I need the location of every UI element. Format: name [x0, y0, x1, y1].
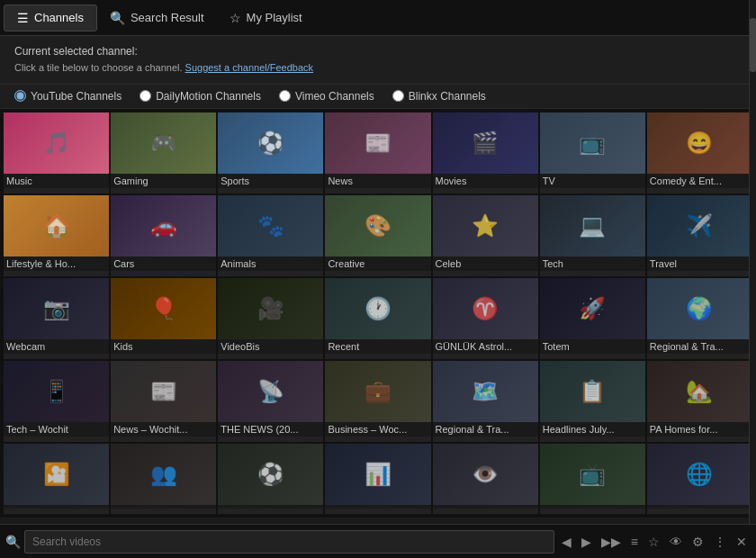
tile-tech[interactable]: 💻 Tech: [540, 195, 645, 276]
tile-thenews[interactable]: 📡 THE NEWS (20...: [218, 361, 323, 442]
tile-lifestyle[interactable]: 🏠 Lifestyle & Ho...: [4, 195, 109, 276]
tile-misc2[interactable]: 👥: [111, 444, 216, 514]
star-bottom-button[interactable]: ☆: [644, 533, 663, 551]
channel-grid: 🎵 Music 🎮 Gaming ⚽ Sports 📰 News 🎬 Movie…: [0, 109, 756, 518]
tile-movies[interactable]: 🎬 Movies: [433, 112, 538, 194]
tile-travel[interactable]: ✈️ Travel: [647, 195, 752, 276]
eye-button[interactable]: 👁: [666, 533, 686, 551]
radio-vimeo-label: Vimeo Channels: [295, 90, 374, 103]
instruction-line: Click a tile below to choose a channel. …: [14, 60, 742, 76]
tile-misc3[interactable]: ⚽: [218, 444, 323, 514]
tile-misc5[interactable]: 👁️: [433, 444, 538, 514]
star-icon: ☆: [230, 11, 241, 25]
tile-regional[interactable]: 🌍 Regional & Tra...: [647, 278, 752, 359]
radio-youtube[interactable]: YouTube Channels: [14, 90, 122, 103]
tab-playlist-label: My Playlist: [247, 11, 302, 24]
radio-vimeo[interactable]: Vimeo Channels: [279, 90, 374, 103]
tile-recent[interactable]: 🕐 Recent: [325, 278, 430, 359]
more-button[interactable]: ⋮: [710, 533, 730, 551]
radio-youtube-label: YouTube Channels: [31, 90, 122, 103]
feedback-link[interactable]: Suggest a channel/Feedback: [185, 62, 314, 73]
radio-dailymotion[interactable]: DailyMotion Channels: [140, 90, 261, 103]
tab-channels-label: Channels: [34, 11, 84, 24]
tile-music[interactable]: 🎵 Music: [4, 112, 109, 194]
tile-misc4[interactable]: 📊: [325, 444, 430, 514]
bottom-controls: ◀ ▶ ▶▶ ≡ ☆ 👁 ⚙ ⋮ ✕: [558, 533, 751, 551]
tile-techwochit[interactable]: 📱 Tech – Wochit: [4, 361, 109, 442]
tile-gaming[interactable]: 🎮 Gaming: [111, 112, 216, 194]
tile-kids[interactable]: 🎈 Kids: [111, 278, 216, 359]
tile-pahomes[interactable]: 🏡 PA Homes for...: [647, 361, 752, 442]
prev-button[interactable]: ◀: [558, 533, 575, 551]
tile-cars[interactable]: 🚗 Cars: [111, 195, 216, 276]
tile-webcam[interactable]: 📷 Webcam: [4, 278, 109, 359]
tile-sports[interactable]: ⚽ Sports: [218, 112, 323, 194]
radio-bar: YouTube Channels DailyMotion Channels Vi…: [0, 85, 756, 109]
radio-dailymotion-label: DailyMotion Channels: [156, 90, 261, 103]
play-button[interactable]: ▶: [578, 533, 595, 551]
bottom-bar: 🔍 ◀ ▶ ▶▶ ≡ ☆ 👁 ⚙ ⋮ ✕: [0, 524, 756, 558]
list-button[interactable]: ≡: [627, 533, 642, 551]
search-icon: 🔍: [110, 11, 125, 25]
tab-playlist[interactable]: ☆ My Playlist: [217, 4, 315, 32]
tile-news[interactable]: 📰 News: [325, 112, 430, 194]
tile-videobis[interactable]: 🎥 VideoBis: [218, 278, 323, 359]
tile-newswochit[interactable]: 📰 News – Wochit...: [111, 361, 216, 442]
tab-search-label: Search Result: [130, 11, 204, 24]
tile-business[interactable]: 💼 Business – Woc...: [325, 361, 430, 442]
radio-blinkx[interactable]: Blinkx Channels: [392, 90, 486, 103]
gear-button[interactable]: ⚙: [688, 533, 707, 551]
tile-celeb[interactable]: ⭐ Celeb: [433, 195, 538, 276]
radio-blinkx-label: Blinkx Channels: [409, 90, 486, 103]
selected-channel-line: Current selected channel:: [14, 43, 742, 60]
tile-misc7[interactable]: 🌐: [647, 444, 752, 514]
tile-misc6[interactable]: 📺: [540, 444, 645, 514]
tile-gunluk[interactable]: ♈ GÜNLÜK Astrol...: [433, 278, 538, 359]
tile-creative[interactable]: 🎨 Creative: [325, 195, 430, 276]
close-button[interactable]: ✕: [733, 533, 751, 551]
scrollbar-thumb[interactable]: [750, 18, 756, 72]
search-input[interactable]: [24, 530, 554, 554]
tab-search[interactable]: 🔍 Search Result: [97, 4, 217, 32]
tile-regional2[interactable]: 🗺️ Regional & Tra...: [433, 361, 538, 442]
tab-channels[interactable]: ☰ Channels: [4, 4, 97, 32]
scrollbar-track[interactable]: [749, 0, 756, 524]
next-button[interactable]: ▶▶: [598, 533, 625, 551]
tile-animals[interactable]: 🐾 Animals: [218, 195, 323, 276]
top-nav: ☰ Channels 🔍 Search Result ☆ My Playlist: [0, 0, 756, 36]
tile-tv[interactable]: 📺 TV: [540, 112, 645, 194]
search-icon-bottom[interactable]: 🔍: [5, 535, 21, 549]
tile-headlines[interactable]: 📋 Headlines July...: [540, 361, 645, 442]
tile-totem[interactable]: 🚀 Totem: [540, 278, 645, 359]
tile-misc1[interactable]: 🎦: [4, 444, 109, 514]
channels-icon: ☰: [17, 11, 29, 25]
tile-comedy[interactable]: 😄 Comedy & Ent...: [647, 112, 752, 194]
info-bar: Current selected channel: Click a tile b…: [0, 36, 756, 85]
